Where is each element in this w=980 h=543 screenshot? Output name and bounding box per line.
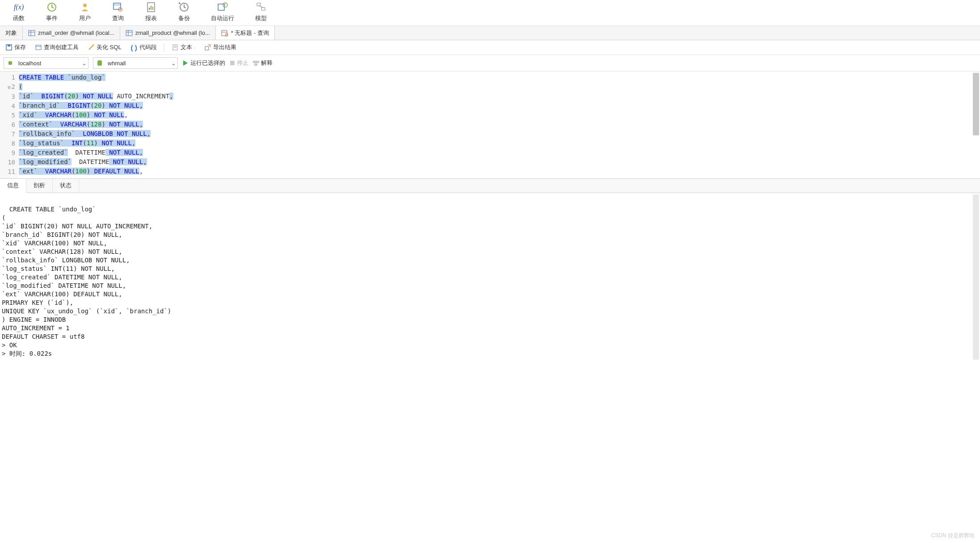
func-icon: f(x)	[13, 1, 25, 13]
beautify-button[interactable]: 美化 SQL	[86, 42, 123, 52]
database-icon	[95, 59, 104, 67]
result-scrollbar[interactable]	[973, 194, 979, 360]
code-content[interactable]: CREATE TABLE `undo_log`(`id` BIGINT(20) …	[18, 72, 980, 178]
text-button[interactable]: 文本	[170, 42, 198, 52]
connection-bar: localhost ⌄ whmall ⌄ 运行已选择的 停止 解释	[0, 55, 980, 72]
database-combo[interactable]: whmall ⌄	[93, 57, 178, 69]
database-value: whmall	[106, 60, 169, 67]
explain-icon	[253, 60, 259, 66]
svg-rect-25	[222, 30, 227, 36]
tab-tab2[interactable]: zmall_product @whmall (lo...	[120, 26, 216, 40]
toolbar-label: 用户	[79, 14, 91, 22]
svg-point-33	[93, 44, 94, 46]
toolbar-event[interactable]: 事件	[42, 0, 62, 23]
table-icon	[126, 29, 133, 37]
svg-rect-40	[230, 61, 235, 65]
query-icon	[112, 1, 124, 13]
beautify-label: 美化 SQL	[97, 43, 122, 51]
tab-object[interactable]: 对象	[0, 26, 23, 40]
svg-rect-38	[8, 61, 12, 65]
sql-editor[interactable]: 1234567891011 CREATE TABLE `undo_log`(`i…	[0, 72, 980, 179]
result-tab-status[interactable]: 状态	[53, 179, 79, 193]
svg-rect-37	[205, 46, 209, 50]
export-label: 导出结果	[213, 43, 236, 51]
svg-point-4	[83, 4, 87, 7]
plug-icon	[6, 59, 15, 67]
table-icon	[28, 29, 35, 37]
export-icon	[204, 44, 211, 51]
user-icon	[79, 1, 91, 13]
query-builder-button[interactable]: 查询创建工具	[33, 42, 80, 52]
connection-value: localhost	[17, 60, 80, 67]
save-label: 保存	[14, 43, 26, 51]
save-icon	[5, 44, 13, 51]
stop-button[interactable]: 停止	[230, 59, 248, 67]
result-tabs: 信息剖析状态	[0, 179, 980, 193]
toolbar-label: 备份	[178, 14, 190, 22]
event-icon	[46, 1, 58, 13]
toolbar-user[interactable]: 用户	[75, 0, 95, 23]
connection-combo[interactable]: localhost ⌄	[4, 57, 88, 69]
toolbar-backup[interactable]: 备份	[174, 0, 194, 23]
explain-button[interactable]: 解释	[253, 59, 273, 67]
svg-rect-9	[149, 8, 150, 10]
toolbar-label: 模型	[255, 14, 267, 22]
run-label: 运行已选择的	[190, 59, 225, 67]
toolbar-model[interactable]: 模型	[251, 0, 271, 23]
wand-icon	[88, 44, 95, 51]
main-toolbar: f(x)函数事件用户查询报表备份自动运行模型	[0, 0, 980, 26]
run-button[interactable]: 运行已选择的	[182, 59, 225, 67]
editor-scrollbar[interactable]	[973, 73, 979, 135]
result-tab-profile[interactable]: 剖析	[26, 179, 53, 193]
toolbar-label: 自动运行	[211, 14, 234, 22]
svg-rect-19	[29, 30, 35, 36]
svg-rect-30	[36, 45, 41, 50]
toolbar-label: 报表	[145, 14, 157, 22]
svg-rect-11	[152, 7, 153, 10]
toolbar-autorun[interactable]: 自动运行	[207, 0, 238, 23]
autorun-icon	[216, 1, 229, 13]
query-builder-icon	[35, 44, 42, 51]
result-output: CREATE TABLE `undo_log` ( `id` BIGINT(20…	[0, 193, 980, 363]
query-icon	[221, 29, 228, 37]
svg-rect-43	[255, 64, 257, 65]
tab-label: zmall_order @whmall (local...	[38, 29, 114, 36]
snippet-label: 代码段	[139, 43, 157, 51]
tab-label: * 无标题 - 查询	[231, 29, 269, 37]
toolbar-label: 事件	[46, 14, 58, 22]
toolbar-label: 查询	[112, 14, 124, 22]
line-gutter: 1234567891011	[0, 72, 18, 178]
result-tab-info[interactable]: 信息	[0, 179, 26, 193]
toolbar-report[interactable]: 报表	[141, 0, 161, 23]
secondary-toolbar: 保存 查询创建工具 美化 SQL ( ) 代码段 文本 导出结果	[0, 40, 980, 55]
svg-line-32	[89, 45, 93, 50]
svg-rect-41	[253, 61, 256, 63]
toolbar-label: 函数	[13, 14, 25, 22]
stop-icon	[230, 60, 235, 66]
explain-label: 解释	[261, 59, 273, 67]
tab-label: zmall_product @whmall (lo...	[135, 29, 210, 36]
svg-line-3	[52, 7, 54, 8]
chevron-down-icon: ⌄	[169, 60, 177, 67]
toolbar-query[interactable]: 查询	[108, 0, 128, 23]
backup-icon	[178, 1, 190, 13]
tab-tab3[interactable]: * 无标题 - 查询	[216, 26, 275, 40]
stop-label: 停止	[237, 59, 248, 67]
tab-tab1[interactable]: zmall_order @whmall (local...	[23, 26, 120, 40]
svg-rect-17	[261, 8, 265, 10]
svg-rect-5	[114, 3, 121, 9]
play-icon	[182, 60, 189, 66]
document-tabs: 对象zmall_order @whmall (local...zmall_pro…	[0, 26, 980, 40]
svg-rect-29	[8, 45, 10, 46]
svg-rect-42	[257, 61, 259, 63]
save-button[interactable]: 保存	[4, 42, 28, 52]
export-button[interactable]: 导出结果	[202, 42, 238, 52]
svg-text:f(x): f(x)	[14, 3, 24, 11]
toolbar-func[interactable]: f(x)函数	[9, 0, 29, 23]
tab-label: 对象	[5, 29, 17, 37]
snippet-button[interactable]: ( ) 代码段	[129, 42, 159, 52]
svg-rect-16	[257, 3, 261, 6]
doc-icon	[172, 44, 179, 51]
query-builder-label: 查询创建工具	[44, 43, 79, 51]
svg-line-18	[259, 6, 263, 8]
